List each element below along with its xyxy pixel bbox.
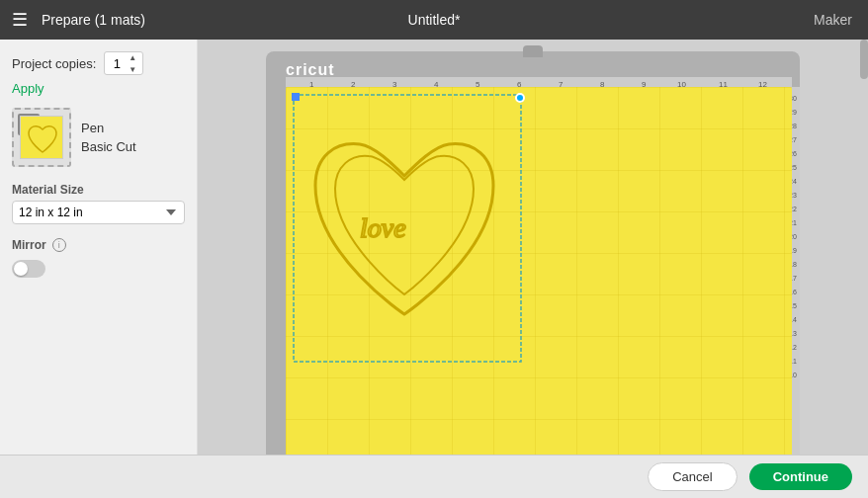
header: ☰ Prepare (1 mats) Untitled* Maker: [0, 0, 868, 40]
cricut-mat: cricut 1 2 3 4 5 6 7 8 9 10 11 12: [266, 51, 800, 466]
mat-thumbnail: 1: [12, 108, 71, 167]
mat-thumb-inner: [20, 116, 63, 159]
scrollbar-thumb[interactable]: [860, 40, 868, 79]
project-copies-label: Project copies:: [12, 56, 96, 71]
mat-thumb-svg: [21, 117, 64, 160]
header-title: Prepare (1 mats): [42, 12, 145, 28]
svg-rect-33: [286, 87, 792, 458]
maker-label: Maker: [814, 12, 852, 28]
mirror-toggle[interactable]: [12, 260, 45, 278]
document-title: Untitled*: [408, 12, 461, 28]
toggle-knob: [14, 262, 28, 276]
scrollbar-track[interactable]: [860, 40, 868, 498]
mat-info: Pen Basic Cut: [81, 119, 136, 157]
copies-up-button[interactable]: ▲: [129, 52, 136, 64]
handle-dot-tr[interactable]: [515, 93, 525, 103]
mat-item: 1 Pen Basic Cut: [12, 108, 185, 167]
menu-icon[interactable]: ☰: [12, 9, 28, 31]
mat-line2: Basic Cut: [81, 137, 136, 157]
copies-input[interactable]: [105, 56, 129, 71]
mat-top-pin: [523, 45, 543, 57]
bottom-bar: Cancel Continue: [0, 455, 868, 498]
mirror-info-icon[interactable]: i: [52, 238, 66, 252]
material-size-label: Material Size: [12, 183, 185, 197]
svg-text:love: love: [360, 212, 406, 243]
mirror-row: Mirror i: [12, 238, 185, 252]
material-size-select[interactable]: 12 in x 12 in: [12, 201, 185, 224]
apply-button[interactable]: Apply: [12, 81, 44, 96]
cancel-button[interactable]: Cancel: [648, 462, 737, 491]
copies-down-button[interactable]: ▼: [129, 64, 136, 76]
mat-design-svg: love: [286, 87, 792, 458]
material-section: Material Size 12 in x 12 in: [12, 183, 185, 224]
sidebar: Project copies: ▲ ▼ Apply 1: [0, 40, 198, 498]
continue-button[interactable]: Continue: [749, 463, 852, 490]
canvas-area: cricut 1 2 3 4 5 6 7 8 9 10 11 12: [198, 40, 868, 498]
project-copies-row: Project copies: ▲ ▼: [12, 51, 185, 75]
copies-input-wrap: ▲ ▼: [104, 51, 143, 75]
copies-arrows: ▲ ▼: [129, 52, 136, 74]
main-layout: Project copies: ▲ ▼ Apply 1: [0, 40, 868, 498]
mat-line1: Pen: [81, 119, 136, 138]
mat-inner: love: [286, 87, 792, 458]
handle-dot-tl[interactable]: [292, 93, 300, 101]
mirror-label: Mirror: [12, 238, 46, 252]
